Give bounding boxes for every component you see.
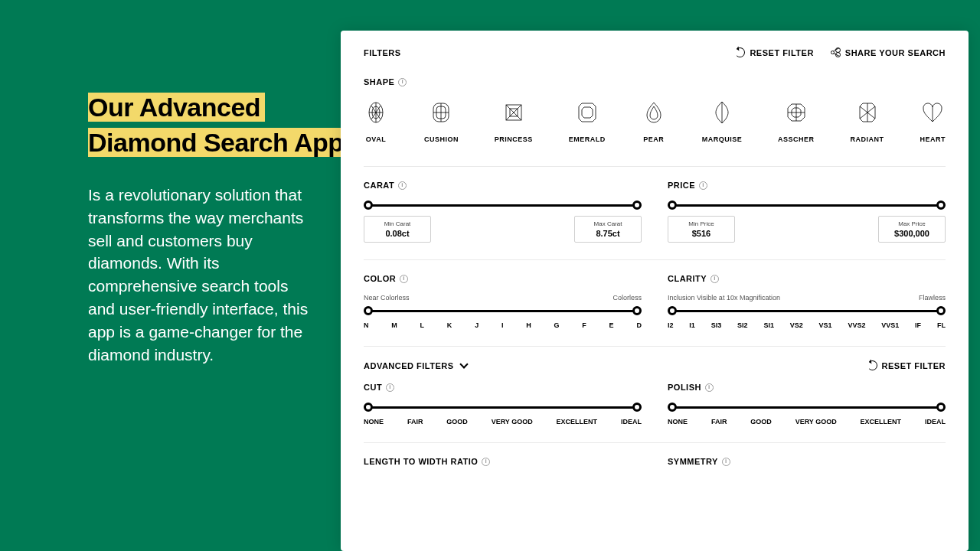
color-slider[interactable] xyxy=(364,306,642,315)
symmetry-label: SYMMETRY xyxy=(668,457,718,466)
color-label: COLOR xyxy=(364,274,396,283)
slider-handle[interactable] xyxy=(936,306,946,315)
max-carat-input[interactable]: Max Carat8.75ct xyxy=(574,216,642,243)
reset-advanced-label: RESET FILTER xyxy=(882,361,946,370)
svg-marker-14 xyxy=(579,103,596,122)
emerald-icon xyxy=(575,100,599,125)
shape-marquise[interactable]: MARQUISE xyxy=(702,100,743,143)
info-icon[interactable]: i xyxy=(722,458,730,466)
clarity-ticks: I2I1SI3SI2SI1VS2VS1VVS2VVS1IFFL xyxy=(668,321,946,329)
carat-slider[interactable] xyxy=(364,201,642,210)
cut-ticks: NONEFAIRGOODVERY GOODEXCELLENTIDEAL xyxy=(364,418,642,425)
radiant-icon xyxy=(855,100,880,125)
reset-filter-label: RESET FILTER xyxy=(750,48,813,57)
info-icon[interactable]: i xyxy=(705,383,714,392)
shape-label-princess: PRINCESS xyxy=(495,135,533,143)
slider-handle[interactable] xyxy=(936,403,946,412)
shape-label-oval: OVAL xyxy=(366,135,386,143)
slider-handle[interactable] xyxy=(936,201,946,210)
promo-headline: Our Advanced Diamond Search App xyxy=(88,90,348,161)
cut-label: CUT xyxy=(364,383,382,392)
ratio-label: LENGTH TO WIDTH RATIO xyxy=(364,457,478,466)
clarity-label: CLARITY xyxy=(668,274,707,283)
filters-panel: FILTERS RESET FILTER SHARE YOUR SEARCH S… xyxy=(341,31,969,551)
shape-label-cushion: CUSHION xyxy=(424,135,459,143)
advanced-filters-toggle[interactable]: ADVANCED FILTERS xyxy=(364,361,467,370)
chevron-down-icon xyxy=(459,360,468,368)
shape-label: SHAPE xyxy=(364,77,394,86)
shape-asscher[interactable]: ASSCHER xyxy=(778,100,815,143)
promo-subtext: Is a revolutionary solution that transfo… xyxy=(88,184,314,367)
info-icon[interactable]: i xyxy=(699,181,707,190)
cut-slider[interactable] xyxy=(364,403,642,412)
headline-line2: Diamond Search App xyxy=(88,128,348,157)
shape-label-marquise: MARQUISE xyxy=(702,135,743,143)
filters-heading: FILTERS xyxy=(364,48,401,57)
oval-icon xyxy=(364,100,388,125)
max-price-input[interactable]: Max Price$300,000 xyxy=(878,216,946,243)
info-icon[interactable]: i xyxy=(398,78,407,86)
share-icon xyxy=(831,47,841,57)
info-icon[interactable]: i xyxy=(482,458,490,466)
shape-emerald[interactable]: EMERALD xyxy=(569,100,606,143)
info-icon[interactable]: i xyxy=(386,383,394,392)
color-hint-left: Near Colorless xyxy=(364,294,410,302)
marquise-icon xyxy=(710,100,734,125)
price-label: PRICE xyxy=(668,181,695,190)
shape-label-pear: PEAR xyxy=(643,135,664,143)
carat-label: CARAT xyxy=(364,181,394,190)
shape-label-radiant: RADIANT xyxy=(851,135,884,143)
slider-handle[interactable] xyxy=(632,403,642,412)
share-search-button[interactable]: SHARE YOUR SEARCH xyxy=(831,47,946,57)
slider-handle[interactable] xyxy=(668,306,677,315)
shape-label-heart: HEART xyxy=(920,135,946,143)
info-icon[interactable]: i xyxy=(710,275,719,283)
slider-handle[interactable] xyxy=(632,201,642,210)
asscher-icon xyxy=(784,100,808,125)
shape-heart[interactable]: HEART xyxy=(920,100,946,143)
slider-handle[interactable] xyxy=(364,403,373,412)
color-hint-right: Colorless xyxy=(612,294,642,302)
princess-icon xyxy=(501,100,526,125)
pear-icon xyxy=(642,100,666,125)
slider-handle[interactable] xyxy=(364,201,373,210)
cushion-icon xyxy=(429,100,453,125)
info-icon[interactable]: i xyxy=(400,275,408,283)
refresh-icon xyxy=(867,360,877,370)
reset-filter-button[interactable]: RESET FILTER xyxy=(735,47,813,57)
heart-icon xyxy=(920,100,945,125)
clarity-slider[interactable] xyxy=(668,306,946,315)
polish-label: POLISH xyxy=(668,383,701,392)
shape-pear[interactable]: PEAR xyxy=(642,100,666,143)
shapes-row: OVAL CUSHION PRINCESS EMERALD PEAR MARQU… xyxy=(364,100,946,143)
polish-slider[interactable] xyxy=(668,403,946,412)
shape-cushion[interactable]: CUSHION xyxy=(424,100,459,143)
min-price-input[interactable]: Min Price$516 xyxy=(668,216,735,243)
svg-marker-15 xyxy=(582,107,593,118)
reset-advanced-filter-button[interactable]: RESET FILTER xyxy=(867,360,946,370)
color-ticks: NMLKJIHGFED xyxy=(364,321,642,329)
shape-radiant[interactable]: RADIANT xyxy=(851,100,884,143)
slider-handle[interactable] xyxy=(668,201,677,210)
min-carat-input[interactable]: Min Carat0.08ct xyxy=(364,216,431,243)
price-slider[interactable] xyxy=(668,201,946,210)
shape-label-asscher: ASSCHER xyxy=(778,135,815,143)
slider-handle[interactable] xyxy=(668,403,677,412)
headline-line1: Our Advanced xyxy=(88,93,265,122)
shape-label-emerald: EMERALD xyxy=(569,135,606,143)
slider-handle[interactable] xyxy=(632,306,642,315)
clarity-hint-right: Flawless xyxy=(919,294,946,302)
clarity-hint-left: Inclusion Visible at 10x Magnification xyxy=(668,294,780,302)
share-search-label: SHARE YOUR SEARCH xyxy=(845,48,946,57)
shape-oval[interactable]: OVAL xyxy=(364,100,388,143)
slider-handle[interactable] xyxy=(364,306,373,315)
shape-princess[interactable]: PRINCESS xyxy=(495,100,533,143)
polish-ticks: NONEFAIRGOODVERY GOODEXCELLENTIDEAL xyxy=(668,418,946,425)
refresh-icon xyxy=(735,47,745,57)
info-icon[interactable]: i xyxy=(398,181,407,190)
